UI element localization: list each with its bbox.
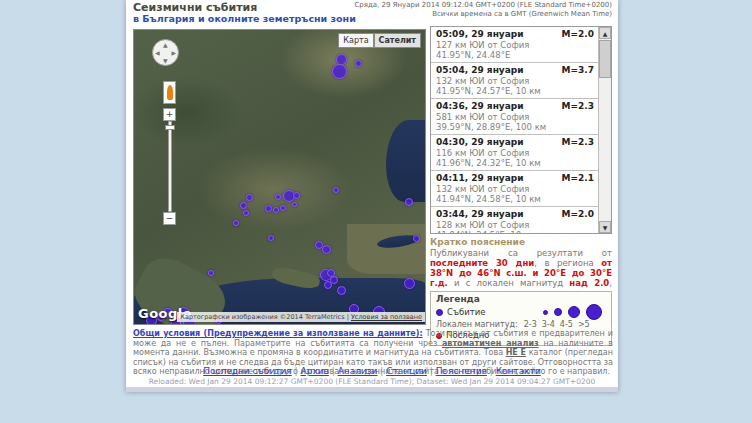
legend-event-circle — [586, 304, 602, 320]
event-coords: 41.96°N, 24.32°E, 10 км — [436, 158, 594, 168]
event-magnitude: M=2.3 — [562, 101, 594, 112]
scroll-down-icon[interactable]: ▼ — [599, 221, 611, 233]
footer-link[interactable]: Пояснения — [436, 366, 487, 376]
scrollbar-thumb[interactable] — [599, 40, 611, 78]
event-coords: 41.95°N, 24.48°E — [436, 50, 594, 60]
earthquake-dot[interactable] — [292, 202, 297, 207]
earthquake-dot[interactable] — [322, 245, 331, 254]
event-magnitude: M=2.3 — [562, 137, 594, 148]
event-list-item[interactable]: 04:30, 29 януари M=2.3 116 км ЮИ от Софи… — [431, 135, 598, 171]
scroll-up-icon[interactable]: ▲ — [599, 27, 611, 39]
event-time: 04:30, 29 януари — [436, 137, 524, 148]
footer-link[interactable]: Контакти — [496, 366, 541, 376]
earthquake-dot[interactable] — [324, 281, 332, 289]
earthquake-dot[interactable] — [243, 210, 249, 216]
earthquake-dot[interactable] — [189, 325, 200, 326]
event-list: ▲ ▼ 05:09, 29 януари M=2.0 127 км ЮИ от … — [430, 26, 612, 234]
event-time: 05:09, 29 януари — [436, 29, 524, 40]
earthquake-dot[interactable] — [355, 60, 362, 67]
earthquake-dot[interactable] — [332, 64, 347, 79]
event-time: 04:11, 29 януари — [436, 173, 524, 184]
pan-down-icon[interactable]: ▼ — [163, 57, 168, 64]
event-coords: 41.94°N, 24.5°E, 10 км — [436, 230, 594, 234]
event-list-item[interactable]: 04:11, 29 януари M=2.1 132 км ЮИ от Софи… — [431, 171, 598, 207]
legend-magnitude-ticks: 2-33-44-5>5 — [524, 320, 590, 329]
earthquake-dot[interactable] — [404, 278, 415, 289]
legend-tick: >5 — [578, 320, 590, 329]
timezone-note: Всички времена са в GMT (Greenwich Mean … — [354, 10, 612, 19]
legend-event-circle — [543, 310, 548, 315]
legend-event-circle — [554, 308, 562, 316]
reload-timestamp: Reloaded: Wed Jan 29 2014 09:12:27 GMT+0… — [126, 377, 618, 386]
page-subtitle: в България и околните земетръсни зони — [133, 13, 356, 24]
earthquake-dot[interactable] — [336, 54, 347, 65]
map-type-buttons: Карта Сателит — [338, 33, 421, 48]
earthquake-dot[interactable] — [337, 286, 346, 295]
earthquake-dot[interactable] — [233, 220, 239, 226]
earthquake-dot[interactable] — [208, 270, 214, 276]
event-time: 05:04, 29 януари — [436, 65, 524, 76]
earthquake-dot[interactable] — [405, 198, 413, 206]
zoom-in-button[interactable]: + — [163, 108, 176, 121]
seismic-map[interactable]: ▲ ▼ ◀ ▶ + − Карта Сателит Google Картогр… — [133, 29, 426, 325]
event-list-item[interactable]: 05:09, 29 януари M=2.0 127 км ЮИ от Софи… — [431, 27, 598, 63]
bottom-strip — [126, 387, 618, 392]
event-location: 132 км ЮИ от София — [436, 184, 594, 194]
pan-left-icon[interactable]: ◀ — [155, 49, 160, 56]
event-list-item[interactable]: 04:36, 29 януари M=2.3 581 км ЮИ от Софи… — [431, 99, 598, 135]
footer-link[interactable]: Анализи — [338, 366, 378, 376]
main-panel: Сеизмични събития в България и околните … — [126, 0, 618, 392]
footer-nav: Последни събития | Архив | Анализи | Ста… — [126, 366, 618, 376]
event-dot-icon — [436, 309, 443, 316]
earthquake-dot[interactable] — [246, 194, 253, 201]
current-datetime: Сряда, 29 Януари 2014 09:12:04 GMT+0200 … — [354, 1, 612, 10]
pegman-icon — [167, 85, 173, 100]
explanation-title: Кратко пояснение — [430, 237, 612, 247]
event-list-item[interactable]: 03:44, 29 януари M=2.0 128 км ЮИ от Софи… — [431, 207, 598, 234]
legend-size-circles — [543, 304, 606, 320]
footer-link[interactable]: Архив — [301, 366, 329, 376]
earthquake-dot[interactable] — [275, 194, 281, 200]
map-pan-control[interactable]: ▲ ▼ ◀ ▶ — [152, 39, 179, 66]
footer-link[interactable]: Станции — [386, 366, 427, 376]
event-magnitude: M=2.0 — [562, 29, 594, 40]
earthquake-dot[interactable] — [273, 207, 279, 213]
footer-link[interactable]: Последни събития — [203, 366, 292, 376]
earthquake-dot[interactable] — [268, 235, 274, 241]
earthquake-dot[interactable] — [280, 205, 286, 211]
earthquake-dot[interactable] — [160, 325, 169, 326]
earthquake-dot[interactable] — [293, 192, 300, 199]
pan-up-icon[interactable]: ▲ — [163, 41, 168, 48]
event-coords: 39.59°N, 28.89°E, 100 км — [436, 122, 594, 132]
event-location: 581 км ЮИ от София — [436, 112, 594, 122]
earthquake-dot[interactable] — [265, 205, 272, 212]
attribution-text: Картографски изображения ©2014 TerraMetr… — [180, 313, 344, 321]
zoom-slider-handle[interactable] — [165, 125, 175, 130]
earthquake-dot[interactable] — [240, 202, 247, 209]
event-time: 03:44, 29 януари — [436, 209, 524, 220]
legend-magnitude-label: Локален магнитуд: — [436, 320, 518, 329]
legend-tick: 4-5 — [560, 320, 573, 329]
event-magnitude: M=3.7 — [562, 65, 594, 76]
event-location: 116 км ЮИ от София — [436, 148, 594, 158]
earthquake-dots-layer — [134, 30, 425, 324]
event-location: 127 км ЮИ от София — [436, 40, 594, 50]
legend-tick: 2-3 — [524, 320, 537, 329]
event-coords: 41.95°N, 24.57°E, 10 км — [436, 86, 594, 96]
event-list-item[interactable]: 05:04, 29 януари M=3.7 132 км ЮИ от Софи… — [431, 63, 598, 99]
zoom-out-button[interactable]: − — [163, 212, 176, 225]
legend-title: Легенда — [436, 294, 606, 304]
map-attribution: Картографски изображения ©2014 TerraMetr… — [177, 312, 425, 322]
street-view-pegman[interactable] — [163, 81, 176, 104]
zoom-slider-track[interactable] — [168, 121, 172, 212]
earthquake-dot[interactable] — [413, 235, 420, 242]
event-location: 128 км ЮИ от София — [436, 220, 594, 230]
pan-right-icon[interactable]: ▶ — [171, 49, 176, 56]
map-view-button[interactable]: Карта — [338, 33, 373, 48]
earthquake-dot[interactable] — [333, 187, 339, 193]
legend-tick: 3-4 — [542, 320, 555, 329]
satellite-view-button[interactable]: Сателит — [374, 33, 421, 48]
event-list-scrollbar[interactable]: ▲ ▼ — [598, 27, 611, 233]
legend-event-label: Събитие — [447, 306, 485, 319]
map-terms-link[interactable]: Условия за ползване — [351, 313, 422, 321]
